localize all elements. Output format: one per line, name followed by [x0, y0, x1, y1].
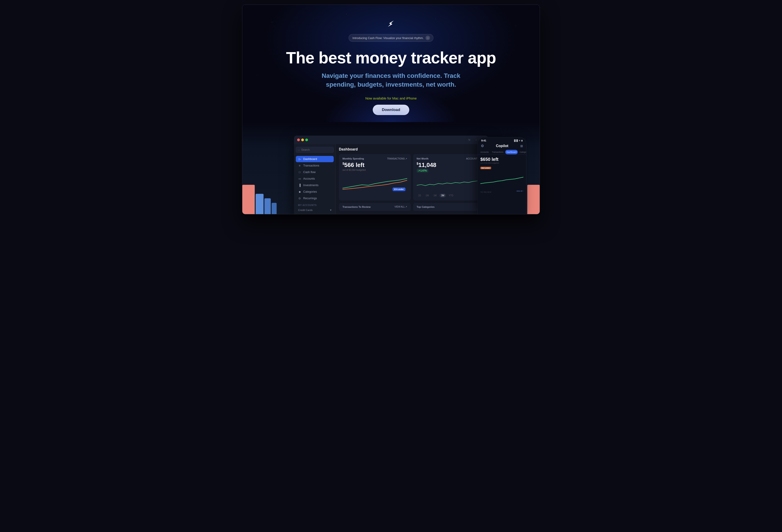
- phone-time: 9:41: [481, 139, 486, 142]
- monthly-spending-value: $566 left: [343, 162, 407, 168]
- phone-settings-icon[interactable]: ⚙: [481, 144, 484, 148]
- buildings-left: [242, 185, 292, 214]
- transactions-review-link[interactable]: VIEW ALL ↗: [395, 206, 407, 208]
- monthly-spending-link[interactable]: TRANSACTIONS ↗: [387, 157, 407, 160]
- net-worth-label: Net Worth: [417, 157, 428, 160]
- net-worth-chart: [417, 174, 482, 192]
- minimize-button[interactable]: [301, 139, 304, 141]
- net-worth-badge: ↗ 1.47%: [417, 169, 428, 172]
- sidebar-item-label-transactions: Transactions: [303, 164, 319, 167]
- credit-cards-label: Credit Cards: [298, 209, 313, 211]
- sidebar: ⌕ Search ▷ Dashboard ≡ Transactions □ Ca…: [294, 144, 336, 214]
- sidebar-item-cashflow[interactable]: □ Cash flow: [296, 169, 334, 175]
- maximize-button[interactable]: [305, 139, 308, 141]
- filter-1w[interactable]: 1W: [424, 193, 430, 198]
- app-frame: Introducing Cash Flow: Visualize your fi…: [242, 4, 540, 214]
- net-worth-header: Net Worth ACCOUNTS ↗: [417, 157, 482, 160]
- top-categories-header: Top Categories: [417, 206, 482, 208]
- preview-section: ↻ ‹ › ⌕ Search ▷ Dashboard: [242, 122, 540, 214]
- refresh-icon[interactable]: ↻: [467, 138, 471, 142]
- net-worth-time-filters: 1D 1W 1M 3M YTD: [417, 193, 482, 198]
- app-logo: [386, 18, 396, 30]
- monthly-spending-card: Monthly Spending TRANSACTIONS ↗ $566 lef…: [339, 154, 411, 201]
- dashboard-icon: ▷: [298, 157, 301, 161]
- sidebar-item-categories[interactable]: ◆ Categories: [296, 189, 334, 195]
- sidebar-item-label-cashflow: Cash flow: [303, 171, 316, 174]
- dashboard-title: Dashboard: [339, 147, 485, 151]
- phone-view-all[interactable]: view all ›: [517, 190, 524, 192]
- download-button[interactable]: Download: [373, 105, 409, 115]
- filter-1d[interactable]: 1D: [417, 193, 423, 198]
- close-button[interactable]: [297, 139, 300, 141]
- monthly-spending-header: Monthly Spending TRANSACTIONS ↗: [343, 157, 407, 160]
- phone-tab-categories[interactable]: Categories: [518, 150, 526, 154]
- back-icon[interactable]: ‹: [474, 138, 478, 142]
- window-titlebar: ↻ ‹ ›: [294, 136, 488, 144]
- net-worth-value: $11,048: [417, 162, 482, 168]
- sidebar-item-label-categories: Categories: [303, 190, 317, 193]
- filter-1m[interactable]: 1M: [432, 193, 438, 198]
- main-content: Dashboard Monthly Spending TRANSACTIONS …: [336, 144, 488, 214]
- phone-content: $650 left out of $3,580 budgeted $12 und…: [477, 154, 526, 196]
- wifi-icon: ≋: [519, 139, 521, 142]
- top-categories-label: Top Categories: [417, 206, 434, 208]
- top-categories-card: Top Categories: [413, 203, 485, 211]
- phone-status-bar: 9:41 ▐▐▐ ≋ ▮: [477, 137, 526, 143]
- sidebar-item-label-dashboard: Dashboard: [303, 157, 317, 161]
- sidebar-item-label-recurrings: Recurrings: [303, 197, 317, 200]
- phone-more-icon[interactable]: ⊞: [520, 144, 523, 148]
- phone-overlay: 9:41 ▐▐▐ ≋ ▮ ⚙ Copilot ⊞ Accounts Transa…: [477, 137, 526, 214]
- sidebar-item-investments[interactable]: ▐ Investments: [296, 182, 334, 188]
- filter-ytd[interactable]: YTD: [447, 193, 455, 198]
- phone-chart: [481, 171, 524, 187]
- cashflow-icon: □: [298, 171, 301, 174]
- search-icon: ⌕: [298, 148, 300, 151]
- phone-nav-tabs: Accounts Transactions Dashboard Categori…: [477, 150, 526, 154]
- phone-tab-transactions[interactable]: Transactions: [491, 150, 505, 154]
- sidebar-item-transactions[interactable]: ≡ Transactions: [296, 163, 334, 169]
- announcement-pill[interactable]: Introducing Cash Flow: Visualize your fi…: [349, 34, 433, 42]
- phone-app-header: ⚙ Copilot ⊞: [477, 143, 526, 150]
- monthly-spending-subtext: out of $3,560 budgeted: [343, 169, 407, 171]
- categories-icon: ◆: [298, 190, 301, 193]
- phone-tab-accounts[interactable]: Accounts: [479, 150, 490, 154]
- monthly-spending-label: Monthly Spending: [343, 157, 364, 160]
- traffic-lights: [297, 139, 308, 141]
- sidebar-item-recurrings[interactable]: ⊙ Recurrings: [296, 195, 334, 202]
- search-input-placeholder: Search: [301, 148, 310, 151]
- transactions-review-header: Transactions To Review VIEW ALL ↗: [343, 206, 407, 208]
- phone-status-icons: ▐▐▐ ≋ ▮: [513, 139, 523, 142]
- announcement-text: Introducing Cash Flow: Visualize your fi…: [352, 36, 424, 40]
- sidebar-item-dashboard[interactable]: ▷ Dashboard: [296, 156, 334, 162]
- top-cards-row: Monthly Spending TRANSACTIONS ↗ $566 lef…: [339, 154, 485, 201]
- phone-card-value: $650 left: [481, 157, 524, 162]
- monthly-spending-chart: $74 under: [343, 174, 407, 191]
- announcement-arrow: →: [426, 36, 430, 40]
- search-bar[interactable]: ⌕ Search: [296, 147, 334, 153]
- credit-cards-item[interactable]: Credit Cards ▾: [296, 207, 334, 213]
- bottom-cards-row: Transactions To Review VIEW ALL ↗ Top Ca…: [339, 203, 485, 211]
- net-worth-card: Net Worth ACCOUNTS ↗ $11,048 ↗ 1.47%: [413, 154, 485, 201]
- monthly-spending-tooltip: $74 under: [393, 187, 405, 191]
- hero-section: Introducing Cash Flow: Visualize your fi…: [242, 5, 540, 122]
- window-body: ⌕ Search ▷ Dashboard ≡ Transactions □ Ca…: [294, 144, 488, 214]
- phone-tab-dashboard[interactable]: Dashboard: [505, 150, 518, 154]
- filter-3m[interactable]: 3M: [439, 193, 446, 198]
- transactions-icon: ≡: [298, 164, 301, 167]
- phone-card-subtext: out of $3,580 budgeted: [481, 162, 524, 164]
- phone-review-label: TO REVIEW: [481, 191, 491, 193]
- sidebar-item-label-investments: Investments: [303, 184, 318, 187]
- sidebar-item-accounts[interactable]: ▭ Accounts: [296, 176, 334, 182]
- available-text: Now available for Mac and iPhone: [247, 96, 535, 100]
- mac-app-window: ↻ ‹ › ⌕ Search ▷ Dashboard: [294, 136, 488, 214]
- phone-app-title: Copilot: [496, 144, 508, 148]
- recurrings-icon: ⊙: [298, 197, 301, 200]
- accounts-icon: ▭: [298, 177, 301, 180]
- hero-subtitle: Navigate your finances with confidence. …: [312, 71, 470, 89]
- transactions-review-card: Transactions To Review VIEW ALL ↗: [339, 203, 411, 211]
- transactions-review-label: Transactions To Review: [343, 206, 371, 208]
- signal-icon: ▐▐▐: [513, 139, 518, 142]
- battery-icon: ▮: [522, 139, 523, 142]
- credit-cards-chevron: ▾: [330, 209, 331, 212]
- sidebar-item-label-accounts: Accounts: [303, 177, 315, 180]
